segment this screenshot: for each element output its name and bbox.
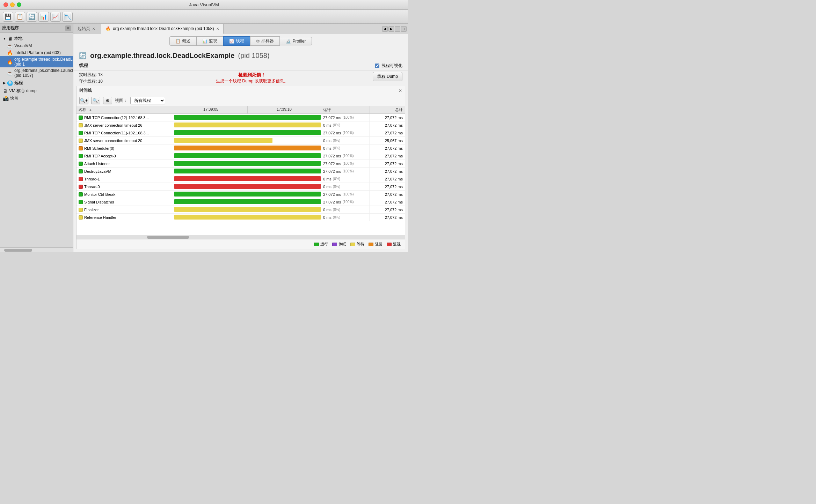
thread-row[interactable]: JMX server connection timeout 20 0 ms (0… <box>76 137 405 144</box>
toolbar-btn-save[interactable]: 💾 <box>3 12 13 22</box>
tab-deadlock-close[interactable]: ✕ <box>216 27 219 31</box>
tree-section-local: ▼ 🖥 本地 ☕ VisualVM 🔥 IntelliJ Platform (p… <box>0 35 73 79</box>
thread-row[interactable]: Thread-1 0 ms (0%) 27,072 ms <box>76 175 405 183</box>
inner-tab-sampler-label: 抽样器 <box>261 38 274 44</box>
thread-name-label: Finalizer <box>84 208 99 212</box>
timeline-scrollbar[interactable] <box>76 235 405 239</box>
thread-row[interactable]: RMI TCP Accept-0 27,072 ms (100%) 27,072… <box>76 152 405 160</box>
sidebar-item-label: IntelliJ Platform (pid 603) <box>14 50 61 55</box>
tab-nav-right[interactable]: ▶ <box>388 26 394 32</box>
thread-run-cell: 27,072 ms (100%) <box>321 152 370 160</box>
sidebar-scrollbar[interactable] <box>0 248 73 252</box>
thread-bar <box>174 184 321 189</box>
zoom-fit-btn[interactable]: ⊕ <box>103 97 112 104</box>
thread-row[interactable]: RMI TCP Connection(11)-192.168.3... 27,0… <box>76 129 405 137</box>
toolbar-btn-chart3[interactable]: 📉 <box>62 12 73 22</box>
thread-name: JMX server connection timeout 20 <box>76 137 174 144</box>
legend-label: 运行 <box>320 242 328 247</box>
timeline-toolbar: 🔍+ 🔍- ⊕ 视图： 所有线程 <box>76 95 405 106</box>
thread-row[interactable]: RMI TCP Connection(12)-192.168.3... 27,0… <box>76 114 405 121</box>
content-area: 起始页 ✕ 🔥 org example thread lock DeadLock… <box>73 24 408 252</box>
thread-row[interactable]: Finalizer 0 ms (0%) 27,072 ms <box>76 206 405 214</box>
thread-row[interactable]: DestroyJavaVM 27,072 ms (100%) 27,072 ms <box>76 168 405 175</box>
view-label: 视图： <box>115 98 128 104</box>
thread-icon <box>79 185 83 189</box>
thread-name: Attach Listener <box>76 160 174 167</box>
thread-run-cell: 27,072 ms (100%) <box>321 129 370 136</box>
tree-local-header[interactable]: ▼ 🖥 本地 <box>0 35 73 42</box>
thread-row[interactable]: Attach Listener 27,072 ms (100%) 27,072 … <box>76 160 405 168</box>
refresh-icon[interactable]: 🔄 <box>79 52 87 60</box>
maximize-button[interactable] <box>17 2 21 7</box>
run-pct: (100%) <box>342 162 354 165</box>
inner-tab-monitor[interactable]: 📊 监视 <box>196 36 223 46</box>
thread-row[interactable]: Signal Dispatcher 27,072 ms (100%) 27,07… <box>76 198 405 206</box>
run-pct: (0%) <box>333 139 340 142</box>
inner-tab-sampler[interactable]: ⚙ 抽样器 <box>250 36 280 46</box>
thread-row[interactable]: Monitor Ctrl-Break 27,072 ms (100%) 27,0… <box>76 191 405 198</box>
thread-run-cell: 0 ms (0%) <box>321 175 370 183</box>
col-time1-header: 17:39:05 <box>174 106 248 113</box>
tab-nav-left[interactable]: ◀ <box>382 26 388 32</box>
thread-visualize-checkbox[interactable] <box>375 64 379 68</box>
thread-total-cell: 27,072 ms <box>370 121 405 129</box>
inner-tab-overview[interactable]: 📋 概述 <box>169 36 196 46</box>
timeline-header: 时间线 ✕ <box>76 86 405 95</box>
run-pct: (100%) <box>342 116 354 119</box>
remote-label: 远程 <box>14 80 23 86</box>
sidebar-title: 应用程序 <box>2 25 19 31</box>
thread-row[interactable]: RMI Scheduler(0) 0 ms (0%) 27,072 ms <box>76 144 405 152</box>
thread-icon <box>79 200 83 204</box>
inner-tab-profiler[interactable]: 🔬 Profiler <box>280 37 312 45</box>
sidebar-item-vmdump[interactable]: 🖥 VM 核心 dump <box>0 87 73 95</box>
thread-bar-cell <box>174 160 321 167</box>
thread-row[interactable]: Reference Handler 0 ms (0%) 27,072 ms <box>76 214 405 221</box>
sidebar-item-launcher[interactable]: ☕ org.jetbrains.jps.cmdline.Launcher (pi… <box>0 67 73 79</box>
tab-start[interactable]: 起始页 ✕ <box>73 24 101 34</box>
legend-label: 等待 <box>357 242 364 247</box>
sidebar-close-btn[interactable]: ✕ <box>65 25 71 31</box>
timeline-scrollbar-thumb[interactable] <box>147 236 189 239</box>
run-pct: (0%) <box>333 177 340 181</box>
run-pct: (100%) <box>342 131 354 135</box>
sidebar-scrollbar-thumb[interactable] <box>4 249 32 252</box>
zoom-in-btn[interactable]: 🔍+ <box>79 97 88 104</box>
tab-deadlock[interactable]: 🔥 org example thread lock DeadLockExampl… <box>101 24 224 34</box>
thread-run-cell: 0 ms (0%) <box>321 183 370 190</box>
inner-tab-threads[interactable]: 📈 线程 <box>223 36 250 46</box>
tab-nav-min[interactable]: — <box>395 26 400 32</box>
sidebar-item-deadlock[interactable]: 🔥 org.example.thread.lock.DeadLockExampl… <box>0 56 73 67</box>
deadlock-title: 检测到死锁！ <box>131 72 373 78</box>
toolbar-btn-copy[interactable]: 📋 <box>15 12 25 22</box>
tab-nav-max[interactable]: □ <box>401 26 407 32</box>
tree-remote-header[interactable]: ▶ 🌐 远程 <box>0 79 73 87</box>
toolbar-btn-refresh[interactable]: 🔄 <box>27 12 37 22</box>
run-pct: (100%) <box>342 200 354 204</box>
thread-dump-button[interactable]: 线程 Dump <box>373 72 402 81</box>
thread-name: RMI Scheduler(0) <box>76 144 174 152</box>
inner-tab-monitor-label: 监视 <box>209 38 217 44</box>
legend-box <box>332 243 337 246</box>
sidebar-item-snapshot[interactable]: 📸 快照 <box>0 95 73 102</box>
toolbar-btn-chart2[interactable]: 📈 <box>50 12 61 22</box>
timeline-close[interactable]: ✕ <box>399 88 402 93</box>
sidebar-item-intellij[interactable]: 🔥 IntelliJ Platform (pid 603) <box>0 49 73 56</box>
run-ms: 27,072 ms <box>323 200 341 204</box>
minimize-button[interactable] <box>10 2 15 7</box>
thread-row[interactable]: Thread-0 0 ms (0%) 27,072 ms <box>76 183 405 191</box>
view-select[interactable]: 所有线程 <box>130 97 165 104</box>
zoom-out-btn[interactable]: 🔍- <box>91 97 100 104</box>
run-ms: 0 ms <box>323 208 332 212</box>
thread-bar-cell <box>174 183 321 190</box>
tab-start-close[interactable]: ✕ <box>92 27 95 31</box>
thread-run-cell: 0 ms (0%) <box>321 144 370 152</box>
thread-name-label: DestroyJavaVM <box>84 169 111 173</box>
sidebar-item-visualvm[interactable]: ☕ VisualVM <box>0 42 73 49</box>
toolbar-btn-chart1[interactable]: 📊 <box>38 12 49 22</box>
thread-bar-cell <box>174 121 321 129</box>
thread-row[interactable]: JMX server connection timeout 26 0 ms (0… <box>76 121 405 129</box>
close-button[interactable] <box>3 2 8 7</box>
checkbox-area: 线程可视化 <box>375 63 402 69</box>
thread-name: Finalizer <box>76 206 174 213</box>
thread-info-row: 实时线程: 13 守护线程: 10 检测到死锁！ 生成一个线程 Dump 以获取… <box>73 71 408 86</box>
